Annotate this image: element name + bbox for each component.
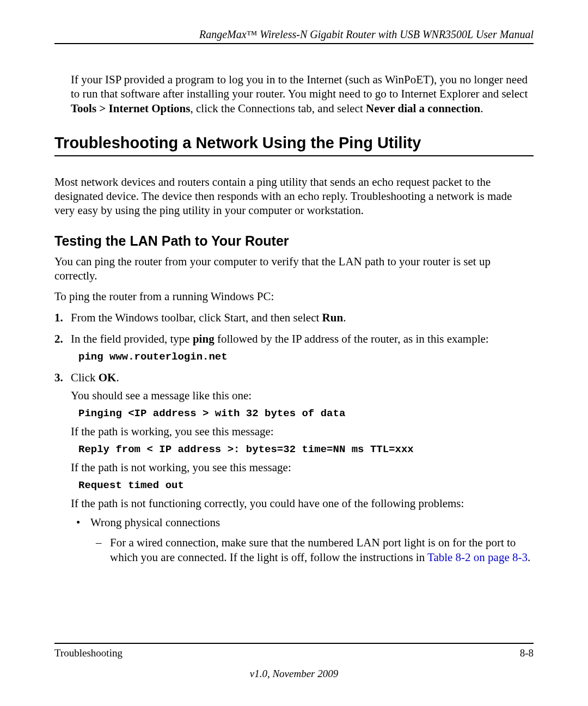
footer-row: Troubleshooting 8-8 xyxy=(54,647,534,659)
bold-text: Never dial a connection xyxy=(366,102,480,115)
text: . xyxy=(480,102,483,115)
text: . xyxy=(116,371,119,384)
body-paragraph: You can ping the router from your comput… xyxy=(54,254,534,283)
dash-list: For a wired connection, make sure that t… xyxy=(90,535,534,565)
text: Wrong physical connections xyxy=(90,516,220,529)
code-line: Request timed out xyxy=(78,478,534,493)
bold-text: Tools > Internet Options xyxy=(71,102,190,115)
intro-paragraph: If your ISP provided a program to log yo… xyxy=(71,72,534,115)
section-heading: Troubleshooting a Network Using the Ping… xyxy=(54,134,534,156)
footer-version: v1.0, November 2009 xyxy=(0,668,588,680)
sub-paragraph: If the path is not functioning correctly… xyxy=(71,496,534,511)
footer-page-number: 8-8 xyxy=(520,647,534,659)
step-item: 1. From the Windows toolbar, click Start… xyxy=(54,310,534,325)
text: Click xyxy=(71,371,99,384)
footer-section-name: Troubleshooting xyxy=(54,647,122,659)
text: , click the Connections tab, and select xyxy=(190,102,366,115)
bullet-item: Wrong physical connections For a wired c… xyxy=(71,515,534,565)
dash-item: For a wired connection, make sure that t… xyxy=(90,535,534,565)
bold-text: ping xyxy=(193,332,215,345)
text: . xyxy=(528,551,530,564)
text: From the Windows toolbar, click Start, a… xyxy=(71,311,322,324)
sub-paragraph: If the path is working, you see this mes… xyxy=(71,424,534,439)
section-intro-paragraph: Most network devices and routers contain… xyxy=(54,175,534,218)
body-paragraph: To ping the router from a running Window… xyxy=(54,289,534,303)
step-item: 2. In the field provided, type ping foll… xyxy=(54,331,534,364)
code-line: ping www.routerlogin.net xyxy=(78,350,534,364)
text: In the field provided, type xyxy=(71,332,193,345)
step-number: 3. xyxy=(54,370,63,385)
page-footer: Troubleshooting 8-8 xyxy=(54,643,534,659)
bold-text: OK xyxy=(99,371,117,384)
sub-paragraph: If the path is not working, you see this… xyxy=(71,460,534,475)
running-header: RangeMax™ Wireless-N Gigabit Router with… xyxy=(54,28,534,44)
sub-paragraph: You should see a message like this one: xyxy=(71,388,534,403)
bold-text: Run xyxy=(322,311,344,324)
text: If your ISP provided a program to log yo… xyxy=(71,73,528,100)
step-number: 1. xyxy=(54,310,63,325)
code-line: Pinging <IP address > with 32 bytes of d… xyxy=(78,406,534,421)
subsection-heading: Testing the LAN Path to Your Router xyxy=(54,233,534,249)
text: . xyxy=(343,311,346,324)
text: followed by the IP address of the router… xyxy=(215,332,489,345)
step-number: 2. xyxy=(54,331,63,346)
steps-list: 1. From the Windows toolbar, click Start… xyxy=(54,310,534,565)
bullet-list: Wrong physical connections For a wired c… xyxy=(71,515,534,565)
manual-page: RangeMax™ Wireless-N Gigabit Router with… xyxy=(0,0,588,706)
code-line: Reply from < IP address >: bytes=32 time… xyxy=(78,442,534,457)
cross-reference-link[interactable]: Table 8-2 on page 8-3 xyxy=(427,551,528,564)
step-item: 3. Click OK. You should see a message li… xyxy=(54,370,534,565)
